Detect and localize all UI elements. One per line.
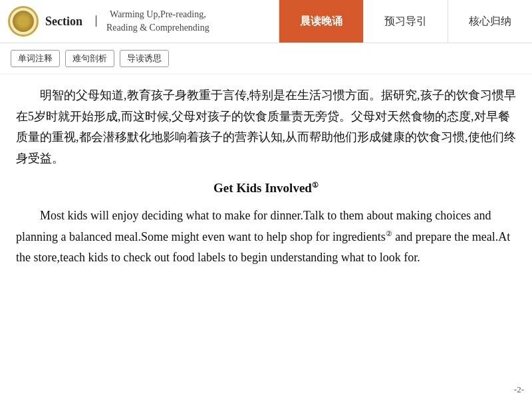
footnote-2: ②	[386, 229, 392, 237]
tab-chendu[interactable]: 晨读晚诵	[279, 0, 364, 43]
header: Section 丨 Warming Up,Pre-reading, Readin…	[0, 0, 532, 43]
tab-yuxi[interactable]: 预习导引	[364, 0, 448, 43]
sub-tab-guide[interactable]: 导读诱思	[120, 50, 169, 67]
footnote-1: ①	[312, 181, 319, 189]
tab-hexin[interactable]: 核心归纳	[448, 0, 532, 43]
main-content: 明智的父母知道,教育孩子身教重于言传,特别是在生活习惯方面。据研究,孩子的饮食习…	[0, 74, 532, 283]
subtitle: Warming Up,Pre-reading, Reading & Compre…	[106, 8, 209, 34]
logo-inner-circle	[13, 11, 34, 32]
section-title-text: Get Kids Involved	[213, 181, 312, 195]
sub-tab-vocab[interactable]: 单词注释	[11, 50, 60, 67]
english-paragraph: Most kids will enjoy deciding what to ma…	[16, 205, 516, 269]
divider: 丨	[90, 13, 102, 29]
subtitle-line1: Warming Up,Pre-reading,	[110, 9, 206, 19]
subtitle-line2: Reading & Comprehending	[106, 23, 209, 33]
page-number: -2-	[514, 384, 524, 395]
sub-tab-bar: 单词注释 难句剖析 导读诱思	[0, 43, 532, 74]
header-left: Section 丨 Warming Up,Pre-reading, Readin…	[0, 0, 279, 43]
logo-icon	[8, 6, 39, 37]
chinese-paragraph: 明智的父母知道,教育孩子身教重于言传,特别是在生活习惯方面。据研究,孩子的饮食习…	[16, 85, 516, 169]
section-label: Section	[45, 15, 82, 29]
sub-tab-sentence[interactable]: 难句剖析	[65, 50, 114, 67]
section-title: Get Kids Involved①	[16, 177, 516, 199]
tab-bar: 晨读晚诵 预习导引 核心归纳	[279, 0, 532, 43]
